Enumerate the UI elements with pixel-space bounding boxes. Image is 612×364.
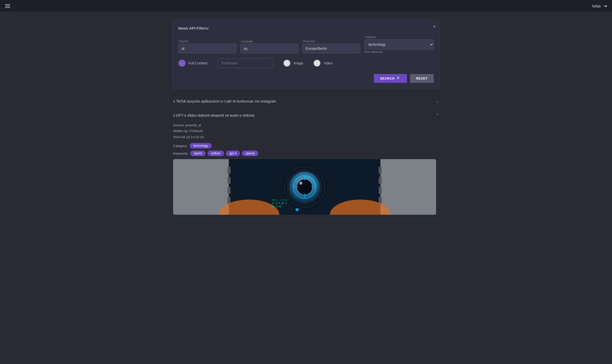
svg-rect-17 xyxy=(228,187,231,194)
svg-rect-16 xyxy=(228,177,231,184)
timeframe-field xyxy=(218,58,273,68)
language-input[interactable] xyxy=(240,44,298,53)
logout-icon[interactable]: ⇥ xyxy=(603,3,607,9)
close-filters-button[interactable]: × xyxy=(433,24,436,29)
image-label: Image xyxy=(293,61,303,65)
full-content-circle[interactable] xyxy=(178,60,186,67)
full-content-label: Full Content xyxy=(189,61,208,65)
video-toggle[interactable]: Video xyxy=(313,60,333,67)
news-item-1: 1.TikTok lançonin aplikacionin e ri për … xyxy=(172,94,440,108)
search-button[interactable]: SEARCH 🔍 xyxy=(374,74,407,83)
search-button-label: SEARCH xyxy=(380,77,395,80)
news-item-2-category-row: Category: technology xyxy=(173,143,439,149)
svg-rect-2 xyxy=(380,159,436,215)
news-item-2-date: 2024-04-18 14:15:19 xyxy=(173,134,439,140)
news-item-1-chevron-down-icon: ⌄ xyxy=(436,99,439,104)
keyword-tag-openai: openai xyxy=(242,151,258,156)
timezone-label: Timezone xyxy=(302,40,360,43)
category-field: Category technology science sports busin… xyxy=(364,35,434,53)
news-item-2-source: Source: pcworld_al xyxy=(173,122,439,128)
svg-point-14 xyxy=(299,182,302,185)
news-item-2-chevron-up-icon: ⌃ xyxy=(436,113,439,118)
svg-point-28 xyxy=(296,208,299,211)
svg-rect-1 xyxy=(173,159,229,215)
category-hint: Pick categories xyxy=(364,50,434,53)
source-label: Source: xyxy=(173,123,185,127)
svg-rect-21 xyxy=(379,187,382,194)
nav-right: kekja ⇥ xyxy=(592,3,607,9)
svg-text:R:0  (    )  K 0: R:0 ( ) K 0 xyxy=(272,199,287,201)
category-meta-label: Category: xyxy=(173,144,187,148)
image-toggle[interactable]: Image xyxy=(283,60,303,67)
svg-text:RI         0.00: RI 0.00 xyxy=(272,205,281,208)
svg-point-8 xyxy=(297,179,312,195)
svg-text:AL  M       0.00   0: AL M 0.00 0 xyxy=(272,202,287,205)
filters-panel-title: News API Filters: xyxy=(178,26,434,30)
filters-panel: News API Filters: × Country Language Tim… xyxy=(172,20,440,89)
keyword-tag-gpt4: gpt-4 xyxy=(226,151,240,156)
search-icon: 🔍 xyxy=(397,77,401,80)
language-label: Language xyxy=(240,40,298,43)
top-navigation: kekja ⇥ xyxy=(0,0,612,12)
hamburger-menu-icon[interactable] xyxy=(5,4,10,8)
written-by-label: Written by: xyxy=(173,129,189,133)
news-item-2-category-tag: technology xyxy=(190,143,212,149)
news-item-2-title: 2.GPT-4 sfidon doktorë ekspertë në teste… xyxy=(173,113,254,117)
news-item-1-title: 1.TikTok lançonin aplikacionin e ri për … xyxy=(173,99,276,103)
image-circle[interactable] xyxy=(283,60,290,67)
news-item-2-author: Written by: PCWorld xyxy=(173,128,439,134)
svg-rect-19 xyxy=(379,167,382,174)
filter-fields-row: Country Language Timezone Category techn… xyxy=(178,35,434,53)
country-field: Country xyxy=(178,40,236,53)
full-content-toggle[interactable]: Full Content xyxy=(178,60,208,67)
category-select[interactable]: technology science sports business healt… xyxy=(364,39,434,50)
news-item-2-body: Source: pcworld_al Written by: PCWorld 2… xyxy=(172,122,440,220)
timezone-input[interactable] xyxy=(302,44,360,53)
news-item-1-header[interactable]: 1.TikTok lançonin aplikacionin e ri për … xyxy=(172,94,440,108)
country-label: Country xyxy=(178,40,236,43)
action-buttons-row: SEARCH 🔍 RESET xyxy=(178,74,434,83)
timeframe-input[interactable] xyxy=(218,58,273,68)
main-content: News API Filters: × Country Language Tim… xyxy=(0,12,612,228)
video-label: Video xyxy=(324,61,333,65)
video-circle[interactable] xyxy=(313,60,321,67)
keywords-meta-label: Keywords: xyxy=(173,152,189,155)
news-item-2: 2.GPT-4 sfidon doktorë ekspertë në teste… xyxy=(172,108,440,220)
news-item-2-meta: Source: pcworld_al Written by: PCWorld 2… xyxy=(173,122,439,140)
username-label: kekja xyxy=(592,4,601,8)
keyword-tag-softuer: softuer xyxy=(208,151,224,156)
language-field: Language xyxy=(240,40,298,53)
nav-left xyxy=(5,4,10,8)
toggle-row: Full Content Image Video xyxy=(178,58,434,68)
timezone-field: Timezone xyxy=(302,40,360,53)
eye-device-svg: R:0 ( ) K 0 AL M 0.00 0 RI 0.00 xyxy=(173,159,436,215)
svg-rect-15 xyxy=(228,167,231,174)
country-input[interactable] xyxy=(178,44,236,53)
keyword-tag-lajmet: lajmet xyxy=(190,151,206,156)
svg-rect-20 xyxy=(379,177,382,184)
category-label: Category xyxy=(364,35,434,38)
reset-button[interactable]: RESET xyxy=(410,74,434,83)
news-list: 1.TikTok lançonin aplikacionin e ri për … xyxy=(172,94,440,220)
news-item-2-image: R:0 ( ) K 0 AL M 0.00 0 RI 0.00 xyxy=(173,159,436,215)
news-item-2-header[interactable]: 2.GPT-4 sfidon doktorë ekspertë në teste… xyxy=(172,108,440,122)
news-item-2-keywords-row: Keywords: lajmet softuer gpt-4 openai xyxy=(173,151,439,156)
